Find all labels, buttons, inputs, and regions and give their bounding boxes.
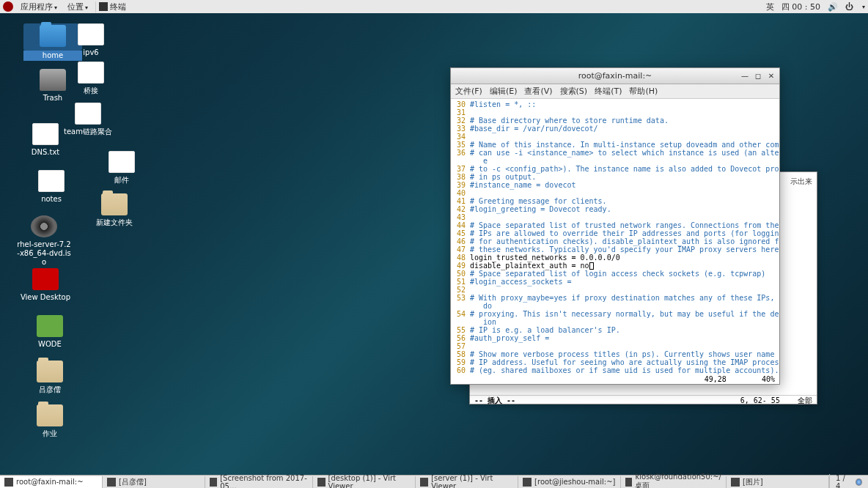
clock[interactable]: 四 00 : 50 [781,1,820,12]
folder-icon [37,361,63,382]
code-line: 39#instance_name = dovecot [452,181,779,189]
code-line: 53# With proxy_maybe=yes if proxy destin… [452,294,779,302]
taskbar-item[interactable]: [图片] [727,476,829,488]
maximize-button[interactable]: ◻ [753,70,763,81]
code-line: 31 [452,108,779,117]
file-icon [75,103,101,125]
menu-edit[interactable]: 编辑(E) [490,86,518,97]
menu-search[interactable]: 搜索(S) [560,86,588,97]
code-line: 42#login_greeting = Dovecot ready. [452,205,779,213]
menu-file[interactable]: 文件(F) [455,86,482,97]
code-line: 54# proxying. This isn't necessary norma… [452,310,779,318]
taskbar-item[interactable]: [server (1)] - Virt Viewer [416,476,518,488]
folder-icon [37,404,63,426]
icon-label: DNS.txt [16,147,75,158]
vim-status-bar: 49,28 40% [451,375,779,384]
vim-position: 49,28 [705,375,727,383]
desktop-icon-mail[interactable]: 邮件 [92,151,151,185]
taskbar-item-label: [server (1)] - Virt Viewer [431,474,513,489]
desktop-icon-dns[interactable]: DNS.txt [16,123,75,158]
vim-percent: 全部 [798,396,812,404]
desktop-icon-ipv6[interactable]: ipv6 [62,23,120,58]
vim-status-bar: -- 插入 -- 6, 62- 55 全部 [470,395,817,404]
taskbar-item[interactable]: [吕彦儒] [103,476,205,488]
desktop-icon-zuoye[interactable]: 作业 [21,404,79,439]
system-menu-chevron-icon[interactable]: ▾ [862,4,865,10]
taskbar-item[interactable]: [desktop (1)] - Virt Viewer [313,476,416,488]
code-line: 37# to -c <config_path>). The instance n… [452,165,779,173]
code-line: 38# in ps output. [452,173,779,181]
vim-percent: 40% [762,375,775,383]
titlebar[interactable]: root@faxin-mail:~ — ◻ ✕ [451,68,779,84]
power-icon[interactable]: ⏻ [845,2,853,12]
menu-places[interactable]: 位置▾ [65,0,91,14]
desktop-icon-wode[interactable]: WODE [21,315,79,350]
icon-label: 吕彦儒 [21,385,79,395]
app-icon [420,478,428,487]
code-line: 33#base_dir = /var/run/dovecot/ [452,125,779,133]
active-app-indicator[interactable]: 终端 [95,1,129,12]
code-line: 48login_trusted_networks = 0.0.0.0/0 [452,254,779,262]
app-icon [625,478,632,487]
taskbar-item-label: [root@jieshou-mail:~] [534,478,615,486]
menu-terminal[interactable]: 终端(T) [595,86,622,97]
code-line: 58# Show more verbose process titles (in… [452,350,779,358]
close-button[interactable]: ✕ [766,70,776,81]
code-line: 44# Space separated list of trusted netw… [452,221,779,229]
icon-label: 新建文件夹 [85,218,144,228]
taskbar-item-label: [Screenshot from 2017-05… [220,474,308,489]
code-line: 45# IPs are allowed to override their IP… [452,229,779,237]
app-icon [317,478,325,487]
code-line: 55# IP is e.g. a load balancer's IP. [452,326,779,334]
file-icon [32,123,59,145]
icon-label: notes [22,194,81,204]
disc-icon [31,215,57,237]
redhat-icon [32,268,59,290]
distro-logo-icon [3,1,13,12]
volume-icon[interactable]: 🔊 [828,2,838,12]
app-icon [4,478,13,487]
code-line: 49disable_plaintext_auth = no [452,262,779,270]
editor-viewport[interactable]: 30#listen = *, ::3132# Base directory wh… [451,99,779,375]
desktop-icon-lyr[interactable]: 吕彦儒 [21,361,79,395]
taskbar-item[interactable]: [root@jieshou-mail:~] [518,476,621,488]
code-line: 57 [452,342,779,350]
workspace-icon [856,478,862,486]
desktop-icon-viewdesktop[interactable]: View Desktop [16,268,75,303]
code-line: 43 [452,213,779,221]
file-icon [78,23,104,45]
app-icon [107,478,116,487]
minimize-button[interactable]: — [740,70,750,81]
menu-applications[interactable]: 应用程序▾ [18,0,60,14]
code-line: do [452,302,779,310]
taskbar-item[interactable]: [Screenshot from 2017-05… [205,476,313,488]
file-icon [38,170,65,192]
code-line: 52 [452,286,779,294]
app-icon [523,478,532,487]
icon-label: 邮件 [92,175,151,185]
icon-label: Trash [23,93,82,103]
desktop-icon-notes[interactable]: notes [22,170,81,204]
code-line: 47# these networks. Typically you'd spec… [452,245,779,254]
window-terminal[interactable]: root@faxin-mail:~ — ◻ ✕ 文件(F) 编辑(E) 查看(V… [450,67,780,385]
bottom-taskbar: root@faxin-mail:~[吕彦儒][Screenshot from 2… [0,475,868,488]
menu-view[interactable]: 查看(V) [524,86,552,97]
desktop-icon-iso[interactable]: rhel-server-7.2-x86_64-dvd.iso [15,215,73,267]
ime-indicator[interactable]: 英 [766,1,774,12]
window-title: root@faxin-mail:~ [578,71,652,81]
desktop-icon-trash[interactable]: Trash [23,69,82,103]
icon-label: WODE [21,339,79,350]
taskbar-item[interactable]: root@faxin-mail:~ [0,476,103,488]
taskbar-item[interactable]: kiosk@foundation50:~/桌面 [621,476,727,488]
file-icon [108,151,135,173]
trash-icon [40,69,66,91]
icon-label: ipv6 [62,48,120,58]
code-line: ion [452,318,779,326]
code-line: 32# Base directory where to store runtim… [452,117,779,125]
desktop-icon-newfolder[interactable]: 新建文件夹 [85,193,144,228]
menu-help[interactable]: 帮助(H) [629,86,658,97]
workspace-switcher[interactable]: 1 / 4 [829,474,868,489]
vim-position: 6, 62- 55 [740,396,780,404]
taskbar-item-label: root@faxin-mail:~ [16,478,84,486]
code-line: 59# IP address. Useful for seeing who ar… [452,358,779,366]
